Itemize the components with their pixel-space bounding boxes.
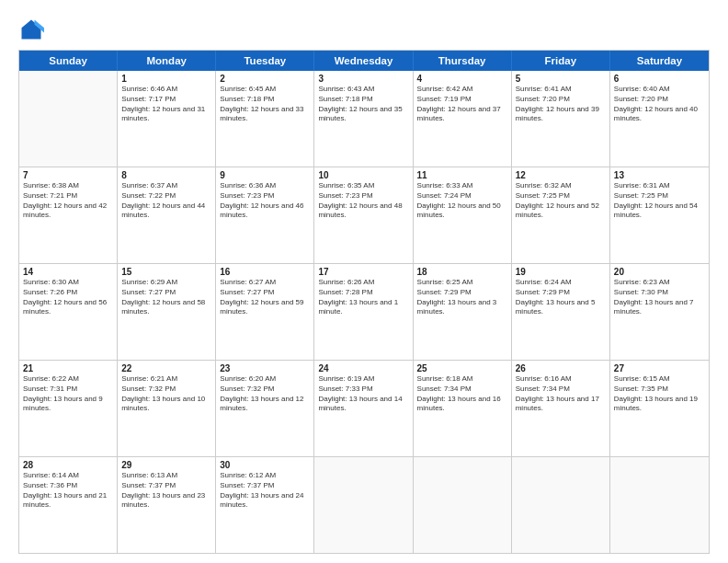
cell-info: Sunrise: 6:42 AM Sunset: 7:19 PM Dayligh…	[417, 85, 507, 124]
cell-info: Sunrise: 6:30 AM Sunset: 7:26 PM Dayligh…	[23, 278, 113, 317]
day-number: 21	[23, 363, 113, 373]
cell-info: Sunrise: 6:31 AM Sunset: 7:25 PM Dayligh…	[614, 181, 705, 221]
cal-header-cell: Thursday	[414, 51, 512, 71]
day-number: 15	[121, 267, 211, 277]
cell-info: Sunrise: 6:43 AM Sunset: 7:18 PM Dayligh…	[318, 85, 408, 124]
cell-info: Sunrise: 6:14 AM Sunset: 7:36 PM Dayligh…	[23, 471, 113, 511]
page: SundayMondayTuesdayWednesdayThursdayFrid…	[0, 0, 728, 563]
day-number: 9	[220, 170, 310, 180]
cell-info: Sunrise: 6:26 AM Sunset: 7:28 PM Dayligh…	[318, 278, 408, 317]
cal-cell	[414, 457, 512, 553]
cell-info: Sunrise: 6:22 AM Sunset: 7:31 PM Dayligh…	[23, 374, 113, 414]
cell-info: Sunrise: 6:20 AM Sunset: 7:32 PM Dayligh…	[220, 374, 310, 414]
cal-cell: 3Sunrise: 6:43 AM Sunset: 7:18 PM Daylig…	[314, 71, 413, 167]
day-number: 26	[516, 363, 606, 373]
cell-info: Sunrise: 6:33 AM Sunset: 7:24 PM Dayligh…	[417, 181, 507, 221]
cal-week-row: 21Sunrise: 6:22 AM Sunset: 7:31 PM Dayli…	[19, 361, 709, 457]
cell-info: Sunrise: 6:27 AM Sunset: 7:27 PM Dayligh…	[220, 278, 310, 317]
cell-info: Sunrise: 6:32 AM Sunset: 7:25 PM Dayligh…	[516, 181, 606, 221]
cal-cell: 26Sunrise: 6:16 AM Sunset: 7:34 PM Dayli…	[512, 361, 610, 456]
cell-info: Sunrise: 6:12 AM Sunset: 7:37 PM Dayligh…	[220, 471, 310, 511]
day-number: 2	[220, 74, 310, 84]
day-number: 16	[220, 267, 310, 277]
cell-info: Sunrise: 6:40 AM Sunset: 7:20 PM Dayligh…	[614, 85, 705, 124]
day-number: 29	[121, 460, 211, 470]
cal-header-cell: Wednesday	[314, 51, 413, 71]
cal-header-cell: Sunday	[19, 51, 118, 71]
cal-cell: 4Sunrise: 6:42 AM Sunset: 7:19 PM Daylig…	[414, 71, 512, 167]
day-number: 18	[417, 267, 507, 277]
day-number: 10	[318, 170, 408, 180]
cal-cell: 7Sunrise: 6:38 AM Sunset: 7:21 PM Daylig…	[19, 167, 118, 263]
cal-cell: 16Sunrise: 6:27 AM Sunset: 7:27 PM Dayli…	[216, 264, 314, 360]
day-number: 14	[23, 267, 113, 277]
cal-cell: 27Sunrise: 6:15 AM Sunset: 7:35 PM Dayli…	[610, 361, 709, 456]
cal-cell: 10Sunrise: 6:35 AM Sunset: 7:23 PM Dayli…	[314, 167, 413, 263]
logo	[18, 17, 48, 42]
cal-header-cell: Monday	[118, 51, 216, 71]
cal-cell: 12Sunrise: 6:32 AM Sunset: 7:25 PM Dayli…	[512, 167, 610, 263]
day-number: 5	[516, 74, 606, 84]
logo-icon	[18, 17, 44, 42]
cell-info: Sunrise: 6:25 AM Sunset: 7:29 PM Dayligh…	[417, 278, 507, 317]
cal-cell: 25Sunrise: 6:18 AM Sunset: 7:34 PM Dayli…	[414, 361, 512, 456]
cell-info: Sunrise: 6:23 AM Sunset: 7:30 PM Dayligh…	[614, 278, 705, 317]
cell-info: Sunrise: 6:13 AM Sunset: 7:37 PM Dayligh…	[121, 471, 211, 511]
day-number: 13	[614, 170, 705, 180]
day-number: 28	[23, 460, 113, 470]
cal-cell: 21Sunrise: 6:22 AM Sunset: 7:31 PM Dayli…	[19, 361, 118, 456]
cal-cell: 24Sunrise: 6:19 AM Sunset: 7:33 PM Dayli…	[314, 361, 413, 456]
cal-cell: 14Sunrise: 6:30 AM Sunset: 7:26 PM Dayli…	[19, 264, 118, 360]
cal-cell: 9Sunrise: 6:36 AM Sunset: 7:23 PM Daylig…	[216, 167, 314, 263]
cal-cell: 11Sunrise: 6:33 AM Sunset: 7:24 PM Dayli…	[414, 167, 512, 263]
cal-header-cell: Friday	[512, 51, 610, 71]
day-number: 19	[516, 267, 606, 277]
cal-cell: 30Sunrise: 6:12 AM Sunset: 7:37 PM Dayli…	[216, 457, 314, 553]
day-number: 7	[23, 170, 113, 180]
cal-cell	[610, 457, 709, 553]
cell-info: Sunrise: 6:19 AM Sunset: 7:33 PM Dayligh…	[318, 374, 408, 414]
cal-week-row: 14Sunrise: 6:30 AM Sunset: 7:26 PM Dayli…	[19, 264, 709, 361]
day-number: 23	[220, 363, 310, 373]
cell-info: Sunrise: 6:41 AM Sunset: 7:20 PM Dayligh…	[516, 85, 606, 124]
day-number: 12	[516, 170, 606, 180]
cal-cell	[314, 457, 413, 553]
cal-week-row: 7Sunrise: 6:38 AM Sunset: 7:21 PM Daylig…	[19, 167, 709, 264]
day-number: 22	[121, 363, 211, 373]
cell-info: Sunrise: 6:16 AM Sunset: 7:34 PM Dayligh…	[516, 374, 606, 414]
cell-info: Sunrise: 6:18 AM Sunset: 7:34 PM Dayligh…	[417, 374, 507, 414]
cal-cell: 23Sunrise: 6:20 AM Sunset: 7:32 PM Dayli…	[216, 361, 314, 456]
day-number: 3	[318, 74, 408, 84]
cell-info: Sunrise: 6:45 AM Sunset: 7:18 PM Dayligh…	[220, 85, 310, 124]
cell-info: Sunrise: 6:29 AM Sunset: 7:27 PM Dayligh…	[121, 278, 211, 317]
cell-info: Sunrise: 6:15 AM Sunset: 7:35 PM Dayligh…	[614, 374, 705, 414]
cal-cell: 6Sunrise: 6:40 AM Sunset: 7:20 PM Daylig…	[610, 71, 709, 167]
cal-cell: 18Sunrise: 6:25 AM Sunset: 7:29 PM Dayli…	[414, 264, 512, 360]
day-number: 11	[417, 170, 507, 180]
cal-week-row: 1Sunrise: 6:46 AM Sunset: 7:17 PM Daylig…	[19, 71, 709, 167]
cal-cell	[19, 71, 118, 167]
day-number: 8	[121, 170, 211, 180]
header	[18, 17, 710, 42]
cell-info: Sunrise: 6:38 AM Sunset: 7:21 PM Dayligh…	[23, 181, 113, 221]
day-number: 25	[417, 363, 507, 373]
cell-info: Sunrise: 6:35 AM Sunset: 7:23 PM Dayligh…	[318, 181, 408, 221]
cal-cell: 8Sunrise: 6:37 AM Sunset: 7:22 PM Daylig…	[118, 167, 216, 263]
cal-cell: 5Sunrise: 6:41 AM Sunset: 7:20 PM Daylig…	[512, 71, 610, 167]
cal-cell: 13Sunrise: 6:31 AM Sunset: 7:25 PM Dayli…	[610, 167, 709, 263]
day-number: 20	[614, 267, 705, 277]
cal-cell: 17Sunrise: 6:26 AM Sunset: 7:28 PM Dayli…	[314, 264, 413, 360]
cal-cell: 20Sunrise: 6:23 AM Sunset: 7:30 PM Dayli…	[610, 264, 709, 360]
cell-info: Sunrise: 6:24 AM Sunset: 7:29 PM Dayligh…	[516, 278, 606, 317]
cal-cell: 19Sunrise: 6:24 AM Sunset: 7:29 PM Dayli…	[512, 264, 610, 360]
day-number: 30	[220, 460, 310, 470]
cal-cell: 28Sunrise: 6:14 AM Sunset: 7:36 PM Dayli…	[19, 457, 118, 553]
cal-cell	[512, 457, 610, 553]
cell-info: Sunrise: 6:37 AM Sunset: 7:22 PM Dayligh…	[121, 181, 211, 221]
cell-info: Sunrise: 6:36 AM Sunset: 7:23 PM Dayligh…	[220, 181, 310, 221]
cal-cell: 15Sunrise: 6:29 AM Sunset: 7:27 PM Dayli…	[118, 264, 216, 360]
cell-info: Sunrise: 6:46 AM Sunset: 7:17 PM Dayligh…	[121, 85, 211, 124]
cal-cell: 1Sunrise: 6:46 AM Sunset: 7:17 PM Daylig…	[118, 71, 216, 167]
calendar: SundayMondayTuesdayWednesdayThursdayFrid…	[18, 50, 710, 554]
cal-cell: 29Sunrise: 6:13 AM Sunset: 7:37 PM Dayli…	[118, 457, 216, 553]
